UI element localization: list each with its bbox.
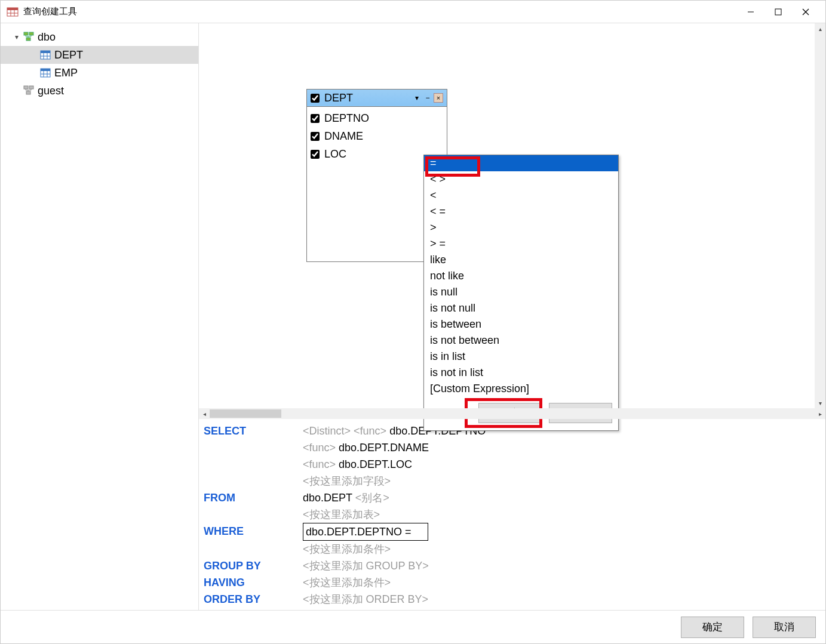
cancel-button[interactable]: 取消: [753, 617, 816, 638]
app-icon: [7, 6, 19, 18]
svg-rect-26: [24, 86, 28, 89]
close-small-icon[interactable]: ×: [434, 93, 443, 103]
query-builder-window: 查询创建工具 ▾ dbo DEPT: [0, 0, 826, 644]
groupby-hint[interactable]: <按这里添加 GROUP BY>: [303, 560, 429, 572]
func-hint[interactable]: <func>: [303, 458, 336, 470]
schema-icon: [23, 32, 34, 42]
select-field[interactable]: dbo.DEPT.LOC: [339, 458, 412, 470]
select-all-columns-checkbox[interactable]: [311, 94, 320, 103]
operator-item[interactable]: is between: [424, 316, 618, 332]
operator-item[interactable]: not like: [424, 268, 618, 284]
operator-popup: = < > < < = > > = like not like is null …: [423, 155, 619, 431]
from-table[interactable]: dbo.DEPT: [303, 492, 352, 504]
operator-item[interactable]: [Custom Expression]: [424, 381, 618, 397]
column-checkbox[interactable]: [311, 150, 320, 159]
add-table-hint[interactable]: <按这里添加表>: [303, 509, 380, 520]
svg-rect-27: [29, 86, 33, 89]
operator-item[interactable]: is null: [424, 284, 618, 300]
scroll-track[interactable]: [210, 408, 815, 419]
func-hint[interactable]: <func>: [354, 425, 386, 437]
tree-label: guest: [38, 85, 64, 97]
schema-tree: ▾ dbo DEPT EMP: [1, 23, 199, 610]
from-keyword: FROM: [201, 489, 303, 506]
column-name: DEPTNO: [324, 112, 369, 125]
column-row[interactable]: DEPTNO: [311, 109, 443, 127]
select-clause: SELECT <Distinct> <func> dbo.DEPT.DEPTNO…: [201, 423, 823, 489]
window-title: 查询创建工具: [23, 6, 737, 17]
svg-rect-6: [775, 9, 781, 15]
tree-item-dbo[interactable]: ▾ dbo: [1, 28, 198, 46]
window-controls: [737, 3, 819, 21]
scroll-thumb[interactable]: [210, 409, 281, 418]
column-checkbox[interactable]: [311, 132, 320, 141]
tree-label: EMP: [54, 67, 78, 79]
where-clause: WHERE dbo.DEPT.DEPTNO = <按这里添加条件>: [201, 523, 823, 557]
tree-item-emp[interactable]: EMP: [1, 64, 198, 82]
column-row[interactable]: DNAME: [311, 127, 443, 145]
groupby-keyword: GROUP BY: [201, 557, 303, 574]
operator-item[interactable]: is in list: [424, 349, 618, 365]
orderby-clause: ORDER BY <按这里添加 ORDER BY>: [201, 591, 823, 608]
operator-item[interactable]: =: [424, 155, 618, 171]
table-box-title: DEPT: [324, 92, 412, 104]
column-checkbox[interactable]: [311, 114, 320, 123]
content-area: ▾ dbo DEPT EMP: [1, 23, 825, 610]
minimize-button[interactable]: [737, 3, 764, 21]
schema-icon: [23, 85, 34, 96]
operator-item[interactable]: > =: [424, 236, 618, 252]
orderby-hint[interactable]: <按这里添加 ORDER BY>: [303, 593, 428, 605]
svg-rect-11: [26, 38, 30, 41]
caret-down-icon[interactable]: ▾: [13, 33, 21, 41]
distinct-hint[interactable]: <Distinct>: [303, 425, 351, 437]
where-expression-input[interactable]: dbo.DEPT.DEPTNO =: [303, 523, 428, 541]
operator-item[interactable]: <: [424, 187, 618, 204]
minimize-small-icon[interactable]: −: [423, 93, 432, 103]
scroll-left-icon[interactable]: ◂: [199, 408, 210, 419]
diagram-canvas[interactable]: DEPT ▾ − × DEPTNO: [199, 23, 825, 408]
column-name: DNAME: [324, 130, 363, 143]
table-box-header[interactable]: DEPT ▾ − ×: [307, 90, 447, 107]
operator-list: = < > < < = > > = like not like is null …: [424, 155, 618, 397]
tree-item-guest[interactable]: guest: [1, 82, 198, 100]
select-keyword: SELECT: [201, 423, 303, 439]
maximize-button[interactable]: [764, 3, 792, 21]
svg-rect-1: [7, 8, 18, 10]
operator-item[interactable]: < =: [424, 204, 618, 220]
tree-label: dbo: [38, 31, 56, 44]
operator-item[interactable]: is not null: [424, 300, 618, 316]
footer: 确定 取消: [1, 610, 825, 643]
svg-rect-9: [24, 32, 28, 35]
having-hint[interactable]: <按这里添加条件>: [303, 577, 391, 588]
scroll-down-icon[interactable]: ▾: [815, 398, 825, 408]
add-condition-hint[interactable]: <按这里添加条件>: [303, 543, 391, 555]
operator-item[interactable]: >: [424, 220, 618, 236]
where-keyword: WHERE: [201, 523, 303, 540]
scroll-right-icon[interactable]: ▸: [815, 408, 825, 419]
operator-item[interactable]: like: [424, 252, 618, 268]
svg-rect-10: [29, 32, 33, 35]
scroll-up-icon[interactable]: ▴: [815, 23, 825, 34]
sql-pane: SELECT <Distinct> <func> dbo.DEPT.DEPTNO…: [199, 419, 825, 610]
table-icon: [40, 67, 51, 78]
add-field-hint[interactable]: <按这里添加字段>: [303, 475, 391, 487]
func-hint[interactable]: <func>: [303, 442, 336, 454]
from-clause: FROM dbo.DEPT <别名> <按这里添加表>: [201, 489, 823, 523]
close-button[interactable]: [792, 3, 819, 21]
alias-hint[interactable]: <别名>: [355, 492, 389, 504]
svg-rect-28: [26, 91, 30, 94]
main-area: DEPT ▾ − × DEPTNO: [199, 23, 825, 610]
ok-button[interactable]: 确定: [681, 617, 744, 638]
column-name: LOC: [324, 148, 346, 161]
groupby-clause: GROUP BY <按这里添加 GROUP BY>: [201, 557, 823, 574]
horizontal-scrollbar[interactable]: ◂ ▸: [199, 408, 825, 419]
select-field[interactable]: dbo.DEPT.DNAME: [339, 442, 429, 454]
operator-item[interactable]: < >: [424, 171, 618, 187]
operator-item[interactable]: is not in list: [424, 365, 618, 381]
dropdown-icon[interactable]: ▾: [412, 93, 422, 103]
table-icon: [40, 50, 51, 60]
operator-item[interactable]: is not between: [424, 332, 618, 349]
having-clause: HAVING <按这里添加条件>: [201, 574, 823, 591]
vertical-scrollbar[interactable]: ▴ ▾: [815, 23, 825, 408]
tree-item-dept[interactable]: DEPT: [1, 46, 198, 64]
having-keyword: HAVING: [201, 574, 303, 591]
